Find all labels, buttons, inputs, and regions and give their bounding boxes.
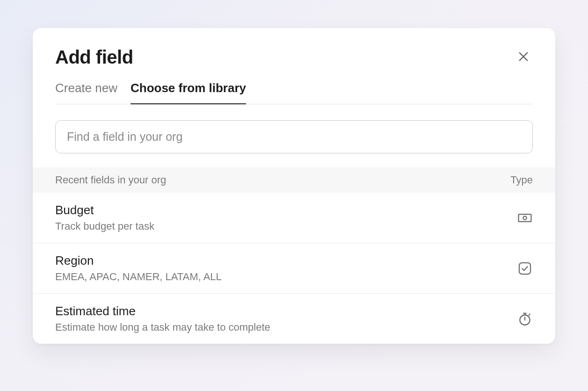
- close-button[interactable]: [514, 47, 533, 67]
- field-row-budget[interactable]: Budget Track budget per task: [33, 193, 555, 243]
- tab-create-new[interactable]: Create new: [55, 81, 117, 104]
- currency-icon: [517, 210, 533, 226]
- modal-title: Add field: [55, 47, 133, 68]
- section-type-label: Type: [510, 174, 533, 186]
- field-name: Budget: [55, 203, 508, 217]
- search-container: [33, 104, 555, 167]
- title-row: Add field: [55, 47, 533, 68]
- search-input[interactable]: [55, 120, 533, 153]
- svg-point-3: [523, 216, 526, 219]
- field-row-text: Region EMEA, APAC, NAMER, LATAM, ALL: [55, 253, 508, 283]
- field-list: Budget Track budget per task Region EMEA…: [33, 193, 555, 344]
- field-description: Estimate how long a task may take to com…: [55, 321, 508, 333]
- field-row-text: Budget Track budget per task: [55, 203, 508, 232]
- tabs: Create new Choose from library: [55, 81, 533, 104]
- checkbox-icon: [517, 261, 533, 276]
- field-row-text: Estimated time Estimate how long a task …: [55, 304, 508, 333]
- add-field-modal: Add field Create new Choose from library…: [33, 28, 555, 344]
- field-row-region[interactable]: Region EMEA, APAC, NAMER, LATAM, ALL: [33, 243, 555, 294]
- close-icon: [517, 50, 530, 65]
- svg-rect-2: [519, 214, 531, 222]
- svg-rect-6: [519, 262, 530, 274]
- field-description: EMEA, APAC, NAMER, LATAM, ALL: [55, 271, 508, 283]
- field-name: Estimated time: [55, 304, 508, 319]
- field-name: Region: [55, 253, 508, 268]
- svg-line-11: [529, 314, 530, 315]
- stopwatch-icon: [517, 311, 533, 327]
- tab-choose-from-library[interactable]: Choose from library: [131, 81, 246, 104]
- section-header: Recent fields in your org Type: [33, 167, 555, 193]
- field-description: Track budget per task: [55, 220, 508, 232]
- field-row-estimated-time[interactable]: Estimated time Estimate how long a task …: [33, 294, 555, 344]
- section-label: Recent fields in your org: [55, 174, 166, 186]
- modal-header: Add field Create new Choose from library: [33, 28, 555, 104]
